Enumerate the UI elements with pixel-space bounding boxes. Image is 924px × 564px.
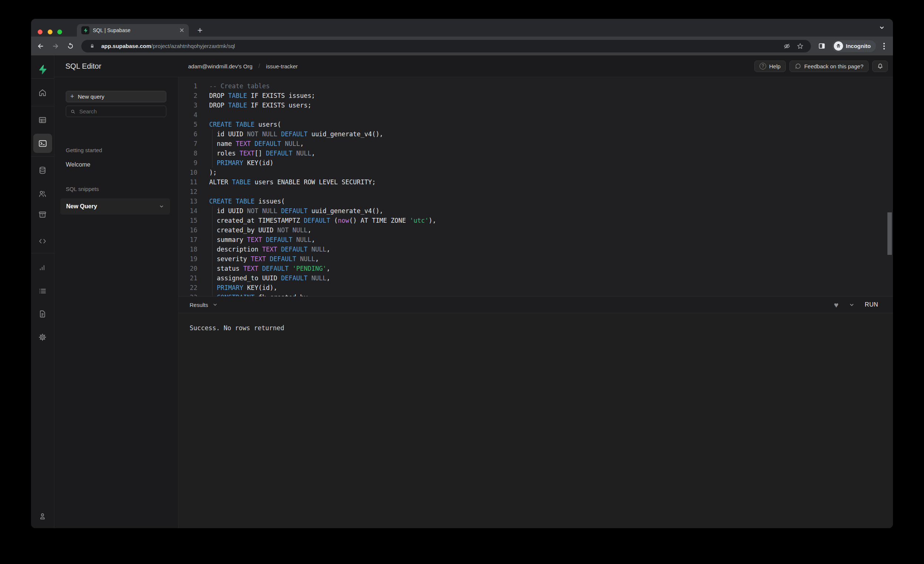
results-dropdown[interactable]: Results [190,302,218,308]
table-editor-icon[interactable] [38,115,48,125]
address-bar[interactable]: app.supabase.com/project/azahtnhqohyjerz… [81,40,811,52]
sidebar-item-new-query[interactable]: New Query [60,198,170,215]
tab-close-icon[interactable]: ✕ [179,27,184,34]
eye-off-icon[interactable] [782,40,792,52]
sidebar-item-welcome[interactable]: Welcome [66,162,90,168]
auth-users-icon[interactable] [38,189,48,199]
sql-editor-icon[interactable] [33,134,52,153]
line-number: 5 [178,120,197,129]
docs-icon[interactable] [38,309,48,319]
browser-menu-icon[interactable] [880,39,888,53]
line-number: 3 [178,100,197,110]
plus-icon: + [70,93,74,100]
line-number: 16 [178,225,197,235]
code-line[interactable]: 7 name TEXT DEFAULT NULL, [178,139,893,148]
bookmark-star-icon[interactable] [795,40,806,52]
line-number: 20 [178,264,197,273]
reload-icon[interactable] [64,39,77,53]
code-line[interactable]: 4 [178,110,893,120]
code-line[interactable]: 9 PRIMARY KEY(id) [178,158,893,168]
snippets-panel: + New query Getting started Welcome SQL … [54,77,178,528]
code-line[interactable]: 19 severity TEXT DEFAULT NULL, [178,254,893,264]
browser-toolbar: app.supabase.com/project/azahtnhqohyjerz… [31,37,893,55]
notifications-button[interactable] [872,61,888,72]
line-number: 17 [178,235,197,244]
code-line[interactable]: 22 PRIMARY KEY(id), [178,283,893,293]
code-line[interactable]: 2DROP TABLE IF EXISTS issues; [178,91,893,100]
side-panel-icon[interactable] [815,39,829,53]
code-line[interactable]: 6 id UUID NOT NULL DEFAULT uuid_generate… [178,129,893,139]
account-icon[interactable] [38,511,48,522]
api-code-icon[interactable] [38,236,48,246]
code-line[interactable]: 5CREATE TABLE users( [178,120,893,129]
line-number: 9 [178,158,197,168]
chat-bubble-icon [795,63,801,69]
results-pane: Success. No rows returned [178,313,893,528]
breadcrumb-project[interactable]: issue-tracker [266,63,298,69]
results-bar: Results ♥ RUN [178,296,893,313]
code-line[interactable]: 18 description TEXT DEFAULT NULL, [178,244,893,254]
supabase-logo[interactable] [38,64,48,75]
settings-gear-icon[interactable] [38,332,48,343]
code-line[interactable]: 12 [178,187,893,196]
search-input[interactable] [79,108,162,115]
code-line[interactable]: 1-- Create tables [178,81,893,91]
line-number: 18 [178,244,197,254]
run-options-chevron-icon[interactable] [849,302,855,308]
new-query-button[interactable]: + New query [66,91,166,102]
help-button[interactable]: ? Help [754,61,786,72]
window-minimize-button[interactable] [48,30,52,34]
line-number: 23 [178,293,197,296]
logs-icon[interactable] [38,286,48,296]
browser-window: SQL | Supabase ✕ + app.supabase.com/proj… [31,19,893,528]
line-number: 10 [178,168,197,177]
scrollbar-thumb[interactable] [887,212,892,255]
page-title: SQL Editor [65,62,178,70]
incognito-icon [834,41,843,51]
reports-icon[interactable] [38,262,48,272]
new-tab-button[interactable]: + [194,24,206,37]
window-fullscreen-button[interactable] [57,30,62,34]
storage-icon[interactable] [38,209,48,220]
search-icon [70,109,75,115]
chevron-down-icon [213,302,218,307]
code-line[interactable]: 14 id UUID NOT NULL DEFAULT uuid_generat… [178,206,893,216]
section-label-getting-started: Getting started [66,147,102,153]
code-lines: 1-- Create tables2DROP TABLE IF EXISTS i… [178,81,893,296]
favorite-heart-icon[interactable]: ♥ [834,301,838,309]
feedback-button[interactable]: Feedback on this page? [789,61,868,72]
line-number: 13 [178,196,197,206]
code-line[interactable]: 20 status TEXT DEFAULT 'PENDING', [178,264,893,273]
database-icon[interactable] [38,165,48,175]
search-box[interactable] [66,106,166,117]
breadcrumb: adam@windmill.dev's Org / issue-tracker [188,63,298,70]
sql-editor: 1-- Create tables2DROP TABLE IF EXISTS i… [178,77,893,528]
code-line[interactable]: 15 created_at TIMESTAMPTZ DEFAULT (now()… [178,216,893,225]
indent-guide [212,129,213,168]
incognito-badge: Incognito [832,40,876,52]
browser-tab[interactable]: SQL | Supabase ✕ [77,24,189,37]
code-editor[interactable]: 1-- Create tables2DROP TABLE IF EXISTS i… [178,77,893,296]
code-line[interactable]: 17 summary TEXT DEFAULT NULL, [178,235,893,244]
run-button[interactable]: RUN [865,301,878,308]
code-line[interactable]: 8 roles TEXT[] DEFAULT NULL, [178,148,893,158]
window-close-button[interactable] [38,30,42,34]
code-line[interactable]: 16 created_by UUID NOT NULL, [178,225,893,235]
bell-icon [877,63,884,70]
code-line[interactable]: 13CREATE TABLE issues( [178,196,893,206]
line-number: 14 [178,206,197,216]
tab-title: SQL | Supabase [93,27,176,33]
tab-list-chevron-icon[interactable] [879,25,885,31]
code-line[interactable]: 21 assigned_to UUID DEFAULT NULL, [178,273,893,283]
forward-icon[interactable] [49,39,62,53]
code-line[interactable]: 23 CONSTRAINT fk_created_by [178,293,893,296]
code-line[interactable]: 3DROP TABLE IF EXISTS users; [178,100,893,110]
line-number: 19 [178,254,197,264]
home-icon[interactable] [38,88,48,98]
back-icon[interactable] [34,39,47,53]
breadcrumb-org[interactable]: adam@windmill.dev's Org [188,63,252,69]
code-line[interactable]: 10); [178,168,893,177]
line-number: 12 [178,187,197,196]
code-line[interactable]: 11ALTER TABLE users ENABLE ROW LEVEL SEC… [178,177,893,187]
incognito-label: Incognito [846,43,871,49]
